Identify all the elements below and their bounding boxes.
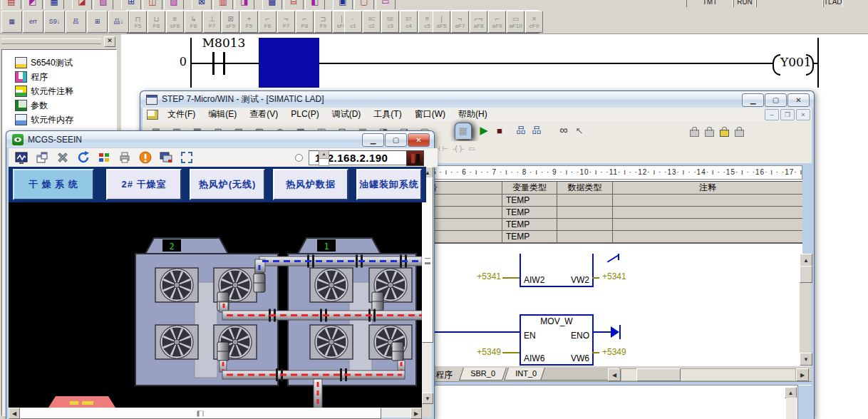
tree-item[interactable]: 参数 (6, 98, 116, 113)
mcgs-nav-tab[interactable]: 干 燥 系 统 (13, 169, 94, 200)
toolbar-icon[interactable] (507, 123, 513, 138)
ladder-symbol-button[interactable]: STc4 (400, 11, 418, 33)
ladder-symbol-button[interactable]: ⌐F8 (296, 11, 314, 33)
connection-radio[interactable] (295, 154, 303, 162)
close-button[interactable]: ✕ (787, 93, 810, 107)
ladder-symbol-button[interactable]: ⌐F6 (259, 11, 277, 33)
menu-item[interactable]: 查看(V) (243, 109, 284, 119)
ladder-symbol-button[interactable]: ⊓F5 (129, 11, 147, 33)
lock-partial-icon[interactable] (735, 130, 744, 137)
maximize-button[interactable]: ▢ (765, 93, 787, 107)
ladder-symbol-button[interactable]: ¬aF7 (451, 11, 469, 33)
mcgs-nav-tab[interactable]: 油罐装卸系统 (356, 169, 422, 200)
ladder-symbol-button[interactable]: SCc2 (363, 11, 381, 33)
ip-spinner[interactable]: ▲ (319, 150, 329, 166)
ladder-symbol-button[interactable]: ×cF9 (525, 11, 543, 33)
scroll-down-icon[interactable]: ▼ (422, 393, 433, 404)
ladder-cursor-cell[interactable] (259, 38, 319, 88)
tree-item[interactable]: S6540测试 (6, 56, 116, 70)
close-button[interactable]: ✕ (408, 133, 430, 147)
network2-box[interactable]: MOV_W EN ENO AIW6 VW6 (520, 314, 594, 366)
mdi-close-button[interactable]: × (796, 109, 810, 120)
scroll-track[interactable] (786, 398, 797, 419)
scroll-down-icon[interactable]: ▼ (800, 353, 812, 366)
ladder-symbol-button[interactable]: SEc3 (381, 11, 399, 33)
screens-icon[interactable] (159, 150, 173, 165)
menu-item[interactable]: 帮助(H) (452, 109, 494, 119)
fullscreen-icon[interactable] (180, 150, 194, 165)
gx-toolbar-icon[interactable]: ⊞ (121, 0, 141, 9)
step7-titlebar[interactable]: STEP 7-Micro/WIN - 测试 - [SIMATIC LAD] (140, 91, 814, 108)
gx-toolbar-icon[interactable]: ◫ (143, 0, 162, 9)
ladder-symbol-button[interactable]: ⊠sF5 (222, 11, 239, 33)
ladder-symbol-button[interactable]: ⌐aF9 (488, 11, 506, 33)
password-lock-icon[interactable] (720, 130, 729, 137)
ladder-symbol-button[interactable]: ⊐F9 (314, 11, 332, 33)
ladder-symbol-button[interactable]: ⊔F6 (148, 11, 165, 33)
menu-item[interactable]: 编辑(E) (202, 109, 243, 119)
scada-view[interactable]: 2 1 (9, 202, 422, 408)
gx-toolbar-icon[interactable]: ⊠ (192, 0, 212, 9)
toolbar-icon[interactable]: 品 (529, 123, 544, 138)
gx-toolbar-icon[interactable]: ◨ (234, 0, 254, 9)
pause-button[interactable] (406, 150, 424, 166)
gx-toolbar-icon[interactable]: ▩ (262, 0, 282, 9)
window-manage-icon[interactable] (35, 150, 49, 165)
gx-toolbar-icon[interactable]: ▤ (1, 0, 21, 9)
net2-output-operand[interactable]: VW6 (571, 353, 589, 363)
menu-item[interactable]: 调试(D) (326, 109, 368, 119)
gx-toolbar-icon[interactable]: ▢ (354, 0, 374, 9)
ladder-symbol-button[interactable]: +F5 (240, 11, 258, 33)
refresh-icon[interactable] (76, 150, 91, 165)
scroll-up-icon[interactable]: ▲ (785, 387, 797, 398)
net1-input-operand[interactable]: AIW2 (524, 275, 544, 285)
tab-scroll-right-icon[interactable]: ▶ (796, 368, 809, 381)
gx-tool-button[interactable]: ▦ (1, 11, 22, 33)
maximize-button[interactable]: ▢ (385, 133, 407, 147)
menu-item[interactable]: 文件(F) (161, 109, 202, 119)
lock-icon[interactable] (690, 130, 699, 137)
toolbar-icon[interactable]: ↖ (572, 123, 587, 138)
toolbar-icon[interactable]: 品 (513, 123, 529, 138)
menu-item[interactable]: PLC(P) (284, 109, 325, 119)
menu-item[interactable]: 窗口(W) (408, 109, 452, 119)
ladder-symbol-button[interactable]: ▫c1 (344, 11, 362, 33)
menu-item[interactable]: 工具(T) (367, 109, 408, 119)
ladder-symbol-button[interactable]: ≡sF6 (166, 11, 184, 33)
lad-vertical-scrollbar[interactable]: ▲ ▼ (800, 254, 811, 366)
scroll-thumb[interactable] (800, 266, 812, 283)
tab-scroll-left-icon[interactable]: ◀ (608, 368, 621, 381)
tree-item[interactable]: 软元件注释 (6, 84, 116, 98)
gx-tool-button[interactable]: 品↓ (108, 11, 129, 33)
scroll-left-icon[interactable]: ◀ (9, 408, 20, 419)
ladder-symbol-button[interactable]: ¬F7 (277, 11, 295, 33)
mdi-minimize-button[interactable]: – (765, 109, 779, 120)
mcgs-nav-tab[interactable]: 2# 干燥室 (106, 169, 182, 200)
mcgs-horizontal-scrollbar[interactable]: ◀ ▶ (9, 408, 422, 418)
scroll-up-icon[interactable]: ▲ (800, 254, 812, 267)
lad-instruction-icon[interactable]: ▭ (468, 145, 475, 152)
runtime-monitor-icon[interactable] (14, 150, 29, 165)
gx-toolbar-icon[interactable]: ◩ (23, 0, 43, 9)
gx-tool-button[interactable]: ⊞ (87, 11, 108, 33)
gx-toolbar-icon[interactable]: ◪ (72, 0, 92, 9)
net1-output-operand[interactable]: VW2 (571, 275, 589, 285)
mdi-restore-button[interactable]: ❐ (780, 109, 795, 120)
program-tab[interactable]: SBR_0 (459, 368, 507, 381)
system-icon[interactable] (97, 150, 111, 165)
gx-toolbar-icon[interactable]: ▨ (164, 0, 184, 9)
panel-grip[interactable] (1, 38, 101, 44)
mcgs-nav-tab[interactable]: 热风炉数据 (273, 169, 348, 200)
tab-program-label[interactable]: 程序 (435, 369, 453, 381)
print-icon[interactable] (118, 150, 132, 165)
minimize-button[interactable]: ▁ (742, 93, 764, 107)
toolbar-icon[interactable]: ▦ (455, 123, 472, 139)
close-icon[interactable]: ✕ (104, 36, 115, 47)
ladder-symbol-button[interactable]: ⊥F7 (203, 11, 221, 33)
toolbar-icon[interactable] (550, 123, 556, 138)
gx-tool-button[interactable]: err (23, 11, 43, 33)
lad-instruction-icon[interactable]: -( )- (453, 145, 464, 152)
ladder-symbol-button[interactable]: ⌐¬aF8 (470, 11, 487, 33)
gx-toolbar-icon[interactable]: ◧ (305, 0, 325, 9)
alarm-icon[interactable] (138, 150, 153, 165)
